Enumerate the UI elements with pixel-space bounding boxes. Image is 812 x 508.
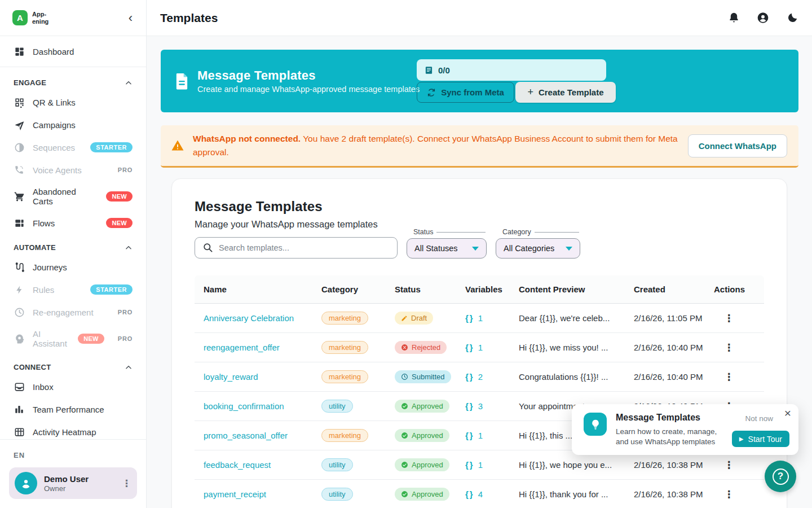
user-info: Demo User Owner <box>44 474 89 493</box>
user-role: Owner <box>44 484 89 493</box>
braces-icon: {} <box>465 489 474 499</box>
connect-whatsapp-button[interactable]: Connect WhatsApp <box>688 134 787 157</box>
template-name-link[interactable]: Anniversary Celebration <box>204 313 294 323</box>
warning-text: WhatsApp not connected. You have 2 draft… <box>193 132 679 159</box>
variables-count: {}2 <box>465 372 519 382</box>
sidebar-item-label: Abandoned Carts <box>33 187 98 206</box>
sidebar-item-re-engagement[interactable]: Re-engagement PRO <box>0 301 146 323</box>
pro-tag: PRO <box>118 335 133 342</box>
category-filter-select[interactable]: All Categories <box>496 238 580 259</box>
sidebar-item-inbox[interactable]: Inbox <box>0 375 146 398</box>
document-icon <box>174 73 189 90</box>
start-tour-button[interactable]: ▶ Start Tour <box>732 431 789 447</box>
question-mark-icon: ? <box>773 468 789 485</box>
template-name-link[interactable]: reengagement_offer <box>204 343 280 352</box>
help-button[interactable]: ? <box>765 461 796 492</box>
sync-from-meta-button[interactable]: Sync from Meta <box>417 82 514 103</box>
qr-code-icon <box>14 97 25 108</box>
sidebar: A App-ening ‹ Dashboard ENGAGE QR & Link <box>0 0 147 508</box>
sidebar-item-label: Inbox <box>33 382 54 392</box>
category-badge: utility <box>321 458 353 471</box>
variables-count: {}1 <box>465 343 519 352</box>
user-menu-kebab-icon[interactable]: ⋮ <box>122 479 131 488</box>
row-actions-kebab-icon[interactable]: ⋮ <box>724 489 734 500</box>
template-name-link[interactable]: booking_confirmation <box>204 401 284 411</box>
sidebar-item-rules[interactable]: Rules STARTER <box>0 278 146 301</box>
section-header-automate[interactable]: AUTOMATE <box>0 234 146 256</box>
sidebar-item-label: Flows <box>33 218 55 228</box>
user-card[interactable]: Demo User Owner ⋮ <box>9 467 137 499</box>
table-row: loyalty_rewardmarketingSubmitted{}2Congr… <box>195 362 764 392</box>
section-header-connect[interactable]: CONNECT <box>0 354 146 375</box>
variables-count: {}1 <box>465 431 519 440</box>
category-badge: utility <box>321 488 353 501</box>
variables-count: {}1 <box>465 460 519 470</box>
sidebar-item-dashboard[interactable]: Dashboard <box>0 38 146 64</box>
sidebar-item-campaigns[interactable]: Campaigns <box>0 113 146 136</box>
template-name-link[interactable]: payment_receipt <box>204 489 266 499</box>
table-row: payment_receiptutilityApproved{}4Hi {{1}… <box>195 480 764 508</box>
search-input[interactable] <box>195 237 398 259</box>
sidebar-item-sequences[interactable]: Sequences STARTER <box>0 136 146 159</box>
close-icon[interactable]: × <box>784 407 791 419</box>
app-logo-text: App-ening <box>32 11 48 25</box>
language-selector[interactable]: EN <box>9 451 137 459</box>
sidebar-item-label: QR & Links <box>33 98 76 107</box>
template-name-link[interactable]: feedback_request <box>204 460 271 470</box>
sidebar-item-activity-heatmap[interactable]: Activity Heatmap <box>0 421 146 439</box>
status-filter-select[interactable]: All Statuses <box>407 238 487 259</box>
status-icon <box>401 461 408 468</box>
create-template-button[interactable]: + Create Template <box>515 82 616 103</box>
sidebar-item-flows[interactable]: Flows NEW <box>0 212 146 234</box>
template-name-link[interactable]: loyalty_reward <box>204 372 258 382</box>
sidebar-item-team-performance[interactable]: Team Performance <box>0 398 146 421</box>
status-badge: Rejected <box>395 341 447 354</box>
row-actions-kebab-icon[interactable]: ⋮ <box>724 313 734 324</box>
not-now-link[interactable]: Not now <box>745 414 773 423</box>
variables-count: {}1 <box>465 313 519 323</box>
sidebar-nav: Dashboard ENGAGE QR & Links Campaigns Se… <box>0 36 146 439</box>
sidebar-item-label: Activity Heatmap <box>33 427 96 437</box>
account-circle-icon[interactable] <box>757 12 769 24</box>
chevron-down-icon <box>472 247 479 251</box>
divider <box>0 67 146 67</box>
sidebar-item-voice-agents[interactable]: Voice Agents PRO <box>0 159 146 181</box>
table-row: reengagement_offermarketingRejected{}1Hi… <box>195 333 764 362</box>
sidebar-item-label: Rules <box>33 285 54 295</box>
app-root: A App-ening ‹ Dashboard ENGAGE QR & Link <box>0 0 812 508</box>
sequences-icon <box>14 142 25 153</box>
bar-chart-icon <box>14 404 25 415</box>
notifications-bell-icon[interactable] <box>727 12 740 24</box>
warning-triangle-icon <box>171 139 184 152</box>
row-actions-kebab-icon[interactable]: ⋮ <box>724 371 734 383</box>
whatsapp-warning-banner: WhatsApp not connected. You have 2 draft… <box>161 125 798 168</box>
status-filter-label: Status <box>413 228 433 236</box>
sidebar-collapse-icon[interactable]: ‹ <box>126 12 135 24</box>
flows-icon <box>14 217 25 229</box>
sidebar-item-label: Voice Agents <box>33 165 82 175</box>
dark-mode-moon-icon[interactable] <box>786 12 798 24</box>
status-icon <box>401 402 408 410</box>
category-badge: marketing <box>321 429 368 442</box>
sidebar-item-abandoned-carts[interactable]: Abandoned Carts NEW <box>0 181 146 212</box>
created-date: 2/16/26, 10:40 PM <box>634 343 714 352</box>
lightbulb-icon <box>584 413 607 436</box>
sidebar-item-qr-links[interactable]: QR & Links <box>0 91 146 113</box>
category-badge: utility <box>321 400 353 413</box>
row-actions-kebab-icon[interactable]: ⋮ <box>724 342 734 353</box>
tour-popup: Message Templates Learn how to create, m… <box>572 404 798 455</box>
section-header-engage[interactable]: ENGAGE <box>0 69 146 91</box>
status-icon <box>401 315 408 322</box>
send-icon <box>14 119 25 130</box>
chevron-up-icon <box>125 244 133 252</box>
row-actions-kebab-icon[interactable]: ⋮ <box>724 459 734 471</box>
new-badge: NEW <box>106 191 133 202</box>
sidebar-item-ai-assistant[interactable]: AI Assistant NEW PRO <box>0 323 146 354</box>
sidebar-logo-row: A App-ening ‹ <box>0 0 146 36</box>
template-name-link[interactable]: promo_seasonal_offer <box>204 431 288 440</box>
status-icon <box>401 373 408 380</box>
hero-banner: Message Templates Create and manage What… <box>161 50 798 112</box>
variables-count: {}3 <box>465 401 519 411</box>
braces-icon: {} <box>465 313 474 323</box>
sidebar-item-journeys[interactable]: Journeys <box>0 256 146 278</box>
